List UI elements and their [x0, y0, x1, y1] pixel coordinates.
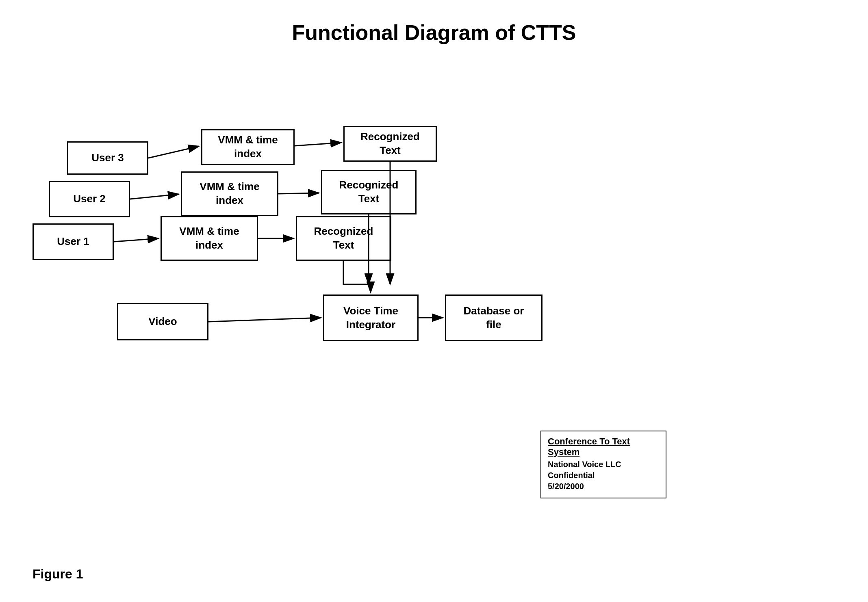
- user3-box: User 3: [67, 141, 148, 175]
- vmm3-box: VMM & timeindex: [201, 129, 295, 165]
- video-box: Video: [117, 303, 208, 340]
- svg-line-3: [148, 146, 199, 158]
- info-card-company: National Voice LLC: [548, 460, 659, 469]
- database-box: Database orfile: [445, 295, 542, 341]
- svg-line-7: [208, 318, 321, 322]
- info-card: Conference To Text System National Voice…: [540, 431, 666, 498]
- svg-line-2: [130, 194, 179, 199]
- vti-box: Voice TimeIntegrator: [323, 295, 419, 341]
- vmm2-box: VMM & timeindex: [181, 171, 278, 216]
- page-title: Functional Diagram of CTTS: [0, 0, 868, 57]
- arrows-diagram: [0, 65, 868, 431]
- user2-box: User 2: [49, 181, 130, 217]
- figure-label: Figure 1: [33, 567, 83, 582]
- info-card-date: 5/20/2000: [548, 482, 659, 491]
- recog3-box: RecognizedText: [343, 126, 437, 162]
- user1-box: User 1: [33, 223, 114, 260]
- info-card-confidential: Confidential: [548, 471, 659, 480]
- vmm1-box: VMM & timeindex: [161, 216, 258, 261]
- svg-line-5: [278, 193, 319, 194]
- svg-line-1: [114, 238, 158, 242]
- svg-line-6: [295, 143, 341, 146]
- info-card-title: Conference To Text System: [548, 436, 659, 457]
- recog2-box: RecognizedText: [321, 170, 417, 214]
- recog1-box: RecognizedText: [296, 216, 391, 261]
